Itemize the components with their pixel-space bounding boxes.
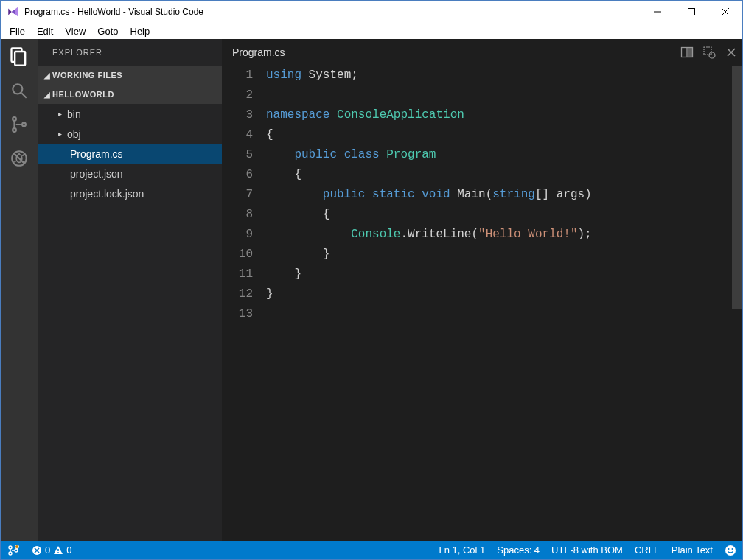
status-problems[interactable]: 0 0 xyxy=(26,541,77,559)
status-language[interactable]: Plain Text xyxy=(666,541,719,559)
editor-tabbar: Program.cs xyxy=(222,39,742,66)
line-gutter: 12345678910111213 xyxy=(222,66,266,541)
svg-point-15 xyxy=(15,549,18,552)
close-editor-button[interactable] xyxy=(720,41,742,63)
status-encoding[interactable]: UTF-8 with BOM xyxy=(545,541,629,559)
activity-debug[interactable] xyxy=(9,148,29,169)
activity-git[interactable] xyxy=(9,114,29,135)
app-icon xyxy=(7,5,20,18)
warning-icon xyxy=(53,545,63,556)
menu-edit[interactable]: Edit xyxy=(31,24,59,38)
status-cursor-position[interactable]: Ln 1, Col 1 xyxy=(433,541,491,559)
tree-item-label: bin xyxy=(64,108,81,120)
statusbar: 0 0 Ln 1, Col 1 Spaces: 4 UTF-8 with BOM… xyxy=(1,541,742,559)
tree-item-label: obj xyxy=(64,128,81,140)
warning-count: 0 xyxy=(66,545,71,556)
tree-item-label: project.lock.json xyxy=(70,188,144,200)
chevron-right-icon: ▸ xyxy=(55,130,64,138)
chevron-down-icon: ◢ xyxy=(42,71,52,80)
svg-point-21 xyxy=(732,548,733,550)
tree-item[interactable]: ▸bin xyxy=(38,104,222,124)
activitybar xyxy=(1,39,38,541)
svg-point-13 xyxy=(9,546,12,549)
scrollbar-track[interactable] xyxy=(732,66,742,541)
svg-point-6 xyxy=(22,123,26,127)
code-area[interactable]: 12345678910111213 using System; namespac… xyxy=(222,66,742,541)
status-indent[interactable]: Spaces: 4 xyxy=(491,541,545,559)
maximize-button[interactable] xyxy=(674,1,708,23)
menu-file[interactable]: File xyxy=(4,24,31,38)
scrollbar-thumb[interactable] xyxy=(732,66,742,309)
chevron-right-icon: ▸ xyxy=(55,110,64,118)
svg-point-20 xyxy=(728,548,730,550)
minimize-button[interactable] xyxy=(641,1,674,23)
section-project[interactable]: ◢ HELLOWORLD xyxy=(38,85,222,104)
tree-item-label: project.json xyxy=(70,168,123,180)
svg-rect-2 xyxy=(15,52,25,66)
titlebar: Program.cs - HelloWorld - Visual Studio … xyxy=(1,1,742,23)
editor: Program.cs 12345678910111213 using Syste… xyxy=(222,39,742,541)
more-actions-button[interactable] xyxy=(698,41,720,63)
close-button[interactable] xyxy=(708,1,742,23)
sidebar: EXPLORER ◢ WORKING FILES ◢ HELLOWORLD ▸b… xyxy=(38,39,222,541)
status-eol[interactable]: CRLF xyxy=(629,541,666,559)
section-working-files[interactable]: ◢ WORKING FILES xyxy=(38,66,222,85)
error-icon xyxy=(32,545,42,556)
tree-item-label: Program.cs xyxy=(70,148,123,160)
menubar: File Edit View Goto Help xyxy=(1,23,742,39)
svg-rect-10 xyxy=(688,48,692,57)
activity-search[interactable] xyxy=(9,80,29,101)
status-git[interactable] xyxy=(1,541,26,559)
tree-item[interactable]: project.json xyxy=(38,164,222,183)
svg-point-19 xyxy=(725,545,736,556)
svg-point-18 xyxy=(57,552,59,553)
svg-point-12 xyxy=(709,52,715,58)
smiley-icon xyxy=(725,545,736,556)
tree-item[interactable]: ▸obj xyxy=(38,124,222,144)
section-working-files-label: WORKING FILES xyxy=(52,71,122,80)
svg-point-14 xyxy=(9,552,12,555)
menu-help[interactable]: Help xyxy=(125,24,156,38)
activity-explorer[interactable] xyxy=(9,46,29,67)
menu-view[interactable]: View xyxy=(59,24,91,38)
window-title: Program.cs - HelloWorld - Visual Studio … xyxy=(24,7,203,17)
file-tree: ▸bin▸objProgram.csproject.jsonproject.lo… xyxy=(38,104,222,203)
tree-item[interactable]: Program.cs xyxy=(38,144,222,164)
section-project-label: HELLOWORLD xyxy=(52,90,114,99)
workbench: EXPLORER ◢ WORKING FILES ◢ HELLOWORLD ▸b… xyxy=(1,39,742,541)
open-file-title[interactable]: Program.cs xyxy=(232,46,285,58)
app-window: Program.cs - HelloWorld - Visual Studio … xyxy=(0,0,743,560)
svg-rect-0 xyxy=(688,9,695,15)
svg-point-16 xyxy=(15,545,19,548)
status-feedback[interactable] xyxy=(719,541,742,559)
error-count: 0 xyxy=(45,545,50,556)
tree-item[interactable]: project.lock.json xyxy=(38,183,222,203)
menu-goto[interactable]: Goto xyxy=(91,24,124,38)
code-lines[interactable]: using System; namespace ConsoleApplicati… xyxy=(266,66,742,541)
chevron-down-icon: ◢ xyxy=(42,91,52,99)
svg-point-3 xyxy=(13,84,22,94)
split-editor-button[interactable] xyxy=(676,41,698,63)
sidebar-title: EXPLORER xyxy=(38,39,222,66)
